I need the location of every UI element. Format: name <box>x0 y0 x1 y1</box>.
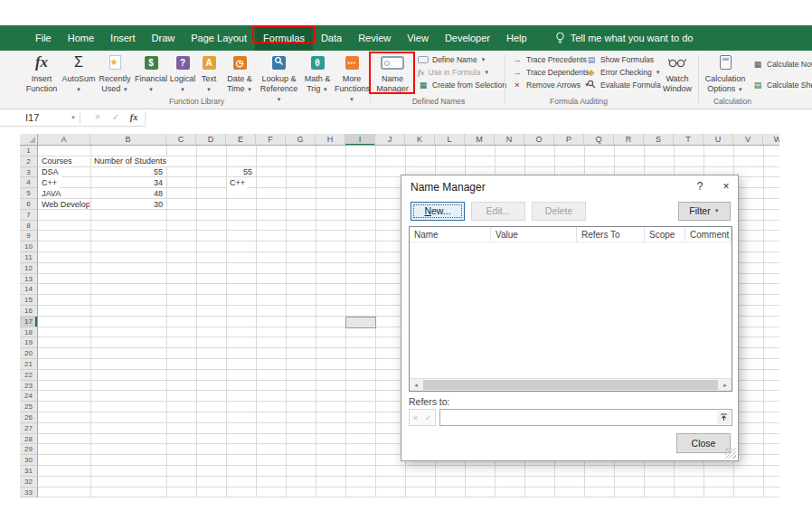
row-header-19[interactable]: 19 <box>20 337 38 348</box>
formula-input[interactable] <box>146 109 812 127</box>
column-header-B[interactable]: B <box>90 134 166 146</box>
cell-B6[interactable]: 30 <box>91 200 165 211</box>
row-header-28[interactable]: 28 <box>20 434 38 445</box>
row-header-14[interactable]: 14 <box>20 284 38 295</box>
show-formulas-button[interactable]: ▤ Show Formulas <box>586 53 654 65</box>
tab-draw[interactable]: Draw <box>144 25 184 51</box>
column-header-H[interactable]: H <box>316 134 345 146</box>
column-header-D[interactable]: D <box>196 134 226 146</box>
tab-formulas[interactable]: Formulas <box>255 25 313 51</box>
row-header-4[interactable]: 4 <box>20 177 38 188</box>
tab-view[interactable]: View <box>399 25 437 51</box>
row-header-24[interactable]: 24 <box>20 391 38 402</box>
edit-button[interactable]: Edit... <box>471 202 525 221</box>
row-header-33[interactable]: 33 <box>20 488 38 498</box>
cell-E3[interactable]: 55 <box>227 167 255 178</box>
row-header-23[interactable]: 23 <box>20 381 38 392</box>
dialog-help-button[interactable]: ? <box>689 180 711 193</box>
select-all-corner[interactable] <box>20 134 38 146</box>
watch-window-button[interactable]: WatchWindow <box>658 52 696 105</box>
column-header-O[interactable]: O <box>524 134 554 146</box>
cell-B2[interactable]: Number of Students <box>91 156 169 166</box>
new-button[interactable]: New... <box>411 202 465 221</box>
use-in-formula-button[interactable]: fx Use in Formula ▼ <box>418 66 489 78</box>
dialog-close-button[interactable]: × <box>715 180 737 193</box>
row-header-5[interactable]: 5 <box>20 188 38 199</box>
list-header-value[interactable]: Value <box>491 227 577 242</box>
column-header-S[interactable]: S <box>644 134 674 146</box>
column-header-E[interactable]: E <box>226 134 256 146</box>
tab-help[interactable]: Help <box>498 25 535 51</box>
column-header-Q[interactable]: Q <box>584 134 614 146</box>
row-header-27[interactable]: 27 <box>20 423 38 434</box>
trace-dependents-button[interactable]: → Trace Dependents <box>512 66 590 78</box>
row-header-11[interactable]: 11 <box>20 252 38 263</box>
tell-me-box[interactable]: Tell me what you want to do <box>555 25 694 51</box>
calculate-now-button[interactable]: ▦ Calculate Now <box>752 58 812 70</box>
column-header-U[interactable]: U <box>703 134 733 146</box>
list-header-name[interactable]: Name <box>410 227 491 242</box>
row-header-2[interactable]: 2 <box>20 156 38 167</box>
close-button[interactable]: Close <box>676 433 731 453</box>
define-name-button[interactable]: Define Name ▼ <box>418 53 486 65</box>
row-header-31[interactable]: 31 <box>20 466 38 477</box>
list-header-comment[interactable]: Comment <box>685 227 732 242</box>
row-header-25[interactable]: 25 <box>20 402 38 412</box>
cell-A5[interactable]: JAVA <box>39 189 63 199</box>
name-box-dropdown-icon[interactable]: ▼ <box>71 109 76 127</box>
column-header-A[interactable]: A <box>38 134 90 146</box>
tab-file[interactable]: File <box>27 25 60 51</box>
refers-to-input[interactable] <box>439 409 732 426</box>
column-header-L[interactable]: L <box>435 134 465 146</box>
row-header-1[interactable]: 1 <box>20 146 38 156</box>
cell-E4[interactable]: C++ <box>227 178 248 188</box>
column-header-C[interactable]: C <box>166 134 196 146</box>
row-header-10[interactable]: 10 <box>20 242 38 252</box>
column-header-K[interactable]: K <box>405 134 435 146</box>
tab-developer[interactable]: Developer <box>437 25 498 51</box>
evaluate-formula-button[interactable]: Evaluate Formula <box>586 79 661 90</box>
scroll-right-icon[interactable]: ▸ <box>719 379 732 391</box>
remove-arrows-button[interactable]: × Remove Arrows ▼ <box>512 79 590 90</box>
row-header-8[interactable]: 8 <box>20 221 38 232</box>
row-header-26[interactable]: 26 <box>20 412 38 423</box>
error-checking-button[interactable]: ◆ Error Checking ▼ <box>586 66 661 78</box>
column-header-R[interactable]: R <box>614 134 644 146</box>
cell-A2[interactable]: Courses <box>39 156 75 166</box>
create-from-selection-button[interactable]: ▦ Create from Selection <box>418 79 506 90</box>
row-header-21[interactable]: 21 <box>20 359 38 370</box>
tab-data[interactable]: Data <box>313 25 350 51</box>
column-header-F[interactable]: F <box>256 134 286 146</box>
row-header-22[interactable]: 22 <box>20 370 38 381</box>
horizontal-scrollbar[interactable]: ◂ ▸ <box>410 378 732 391</box>
row-header-16[interactable]: 16 <box>20 306 38 317</box>
selected-cell[interactable] <box>345 317 376 328</box>
tab-home[interactable]: Home <box>60 25 102 51</box>
column-header-M[interactable]: M <box>465 134 495 146</box>
cell-B3[interactable]: 55 <box>91 167 165 178</box>
cell-A4[interactable]: C++ <box>39 178 60 188</box>
names-list[interactable]: Name Value Refers To Scope Comment ◂ ▸ <box>409 226 732 392</box>
row-header-30[interactable]: 30 <box>20 455 38 466</box>
filter-button[interactable]: Filter▼ <box>678 202 731 221</box>
row-header-3[interactable]: 3 <box>20 167 38 178</box>
column-header-G[interactable]: G <box>286 134 316 146</box>
insert-function-fx-icon[interactable]: fx <box>127 109 141 126</box>
row-header-7[interactable]: 7 <box>20 210 38 221</box>
row-header-9[interactable]: 9 <box>20 231 38 242</box>
row-header-6[interactable]: 6 <box>20 199 38 210</box>
cell-B5[interactable]: 48 <box>91 189 165 200</box>
column-header-W[interactable]: W <box>763 134 779 146</box>
row-header-17[interactable]: 17 <box>20 317 38 327</box>
cell-B4[interactable]: 34 <box>91 178 165 189</box>
column-header-V[interactable]: V <box>733 134 763 146</box>
column-header-N[interactable]: N <box>495 134 524 146</box>
tab-page-layout[interactable]: Page Layout <box>183 25 255 51</box>
column-header-T[interactable]: T <box>674 134 703 146</box>
row-header-20[interactable]: 20 <box>20 348 38 359</box>
scrollbar-thumb[interactable] <box>423 380 718 390</box>
delete-button[interactable]: Delete <box>532 202 586 221</box>
column-header-J[interactable]: J <box>375 134 405 146</box>
tab-insert[interactable]: Insert <box>102 25 144 51</box>
list-header-refers-to[interactable]: Refers To <box>577 227 645 242</box>
